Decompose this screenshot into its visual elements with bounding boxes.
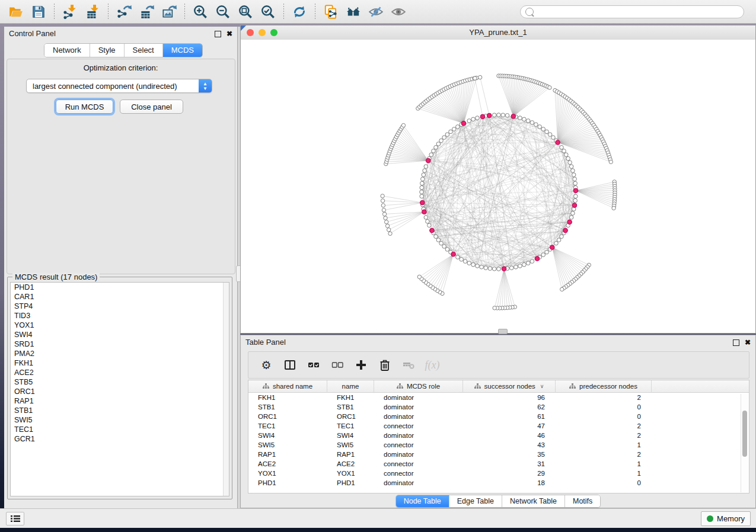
save-session-button[interactable] <box>27 2 50 21</box>
network-canvas[interactable] <box>241 40 755 333</box>
panel-menu-button[interactable] <box>6 512 24 525</box>
tab-mcds[interactable]: MCDS <box>163 44 202 57</box>
table-row[interactable]: ACE2ACE2connector311 <box>248 459 749 469</box>
result-list-item[interactable]: PHD1 <box>11 283 229 292</box>
tab-node-table[interactable]: Node Table <box>396 495 449 507</box>
table-row[interactable]: RAP1RAP1dominator352 <box>248 450 749 459</box>
memory-button[interactable]: Memory <box>701 511 751 526</box>
network-window-titlebar[interactable]: YPA_prune.txt_1 <box>241 25 755 40</box>
table-scrollbar-thumb[interactable] <box>742 411 747 457</box>
table-cell: dominator <box>374 413 463 420</box>
table-row[interactable]: SWI4SWI4dominator462 <box>248 431 749 440</box>
show-all-button[interactable] <box>387 2 410 21</box>
column-header-predecessor-nodes[interactable]: predecessor nodes <box>556 380 652 392</box>
add-column-icon[interactable] <box>354 358 368 372</box>
result-list-item[interactable]: CAR1 <box>11 292 229 302</box>
result-list-item[interactable]: STP4 <box>11 302 229 311</box>
column-header-successor-nodes[interactable]: successor nodes∨ <box>463 380 556 392</box>
zoom-fit-button[interactable] <box>234 2 257 21</box>
tab-motifs[interactable]: Motifs <box>565 495 600 507</box>
run-mcds-button[interactable]: Run MCDS <box>56 100 113 114</box>
tab-select[interactable]: Select <box>125 44 163 57</box>
table-row[interactable]: YOX1YOX1connector291 <box>248 469 749 478</box>
result-list-item[interactable]: TID3 <box>11 311 229 321</box>
result-list-scrollbar[interactable] <box>223 283 229 496</box>
table-cell: connector <box>374 441 463 448</box>
table-cell: SWI5 <box>248 441 327 448</box>
column-layout-icon[interactable] <box>283 358 297 372</box>
houses-button[interactable] <box>342 2 365 21</box>
column-header-MCDS-role[interactable]: MCDS role <box>374 380 463 392</box>
zoom-selected-button[interactable] <box>257 2 279 21</box>
table-row[interactable]: TEC1TEC1connector472 <box>248 421 749 431</box>
float-table-panel-icon[interactable] <box>733 339 739 346</box>
column-header-name[interactable]: name <box>327 380 374 392</box>
result-list-item[interactable]: SWI4 <box>11 330 229 339</box>
table-cell: dominator <box>374 432 463 439</box>
search-box[interactable] <box>520 5 744 18</box>
network-graph[interactable] <box>241 40 755 333</box>
result-list-item[interactable]: YOX1 <box>11 321 229 330</box>
table-cell: 0 <box>556 403 652 411</box>
export-table-button[interactable] <box>135 2 158 21</box>
table-body: FKH1FKH1dominator962STB1STB1dominator620… <box>248 393 749 488</box>
result-list-item[interactable]: RAP1 <box>11 396 229 406</box>
minimize-window-button[interactable] <box>259 29 266 36</box>
table-cell: 1 <box>556 460 652 467</box>
table-row[interactable]: PHD1PHD1dominator180 <box>248 478 749 488</box>
optimization-criterion-label: Optimization criterion: <box>4 63 237 72</box>
float-panel-icon[interactable] <box>215 31 221 37</box>
delete-column-icon[interactable] <box>378 358 392 372</box>
zoom-in-button[interactable] <box>189 2 212 21</box>
hide-selected-button[interactable] <box>365 2 387 21</box>
import-network-button[interactable] <box>59 2 81 21</box>
mcds-result-list[interactable]: PHD1CAR1STP4TID3YOX1SWI4SRD1PMA2FKH1ACE2… <box>10 282 229 496</box>
table-cell: ACE2 <box>248 460 327 467</box>
maximize-window-button[interactable] <box>270 29 277 36</box>
apply-layout-button[interactable] <box>288 2 311 21</box>
table-cell: STB1 <box>327 403 374 411</box>
houses-icon <box>346 4 361 20</box>
new-network-from-selection-button[interactable] <box>320 2 342 21</box>
result-list-item[interactable]: STB1 <box>11 406 229 415</box>
tab-network-table[interactable]: Network Table <box>502 495 565 507</box>
open-file-button[interactable] <box>5 2 27 21</box>
tab-edge-table[interactable]: Edge Table <box>449 495 502 507</box>
tab-network[interactable]: Network <box>44 44 90 57</box>
result-list-item[interactable]: GCR1 <box>11 434 229 444</box>
deselect-all-icon[interactable] <box>330 358 344 372</box>
result-list-item[interactable]: SRD1 <box>11 339 229 349</box>
criterion-dropdown[interactable]: largest connected component (undirected)… <box>26 79 212 93</box>
table-row[interactable]: ORC1ORC1dominator610 <box>248 412 749 421</box>
horizontal-splitter-handle[interactable] <box>498 329 508 334</box>
table-cell: ORC1 <box>248 413 327 420</box>
close-panel-icon[interactable]: ✖ <box>227 30 232 37</box>
select-all-icon[interactable] <box>307 358 321 372</box>
export-network-button[interactable] <box>113 2 135 21</box>
table-cell: dominator <box>374 403 463 411</box>
table-settings-icon[interactable]: ⚙ <box>259 358 273 372</box>
table-cell: FKH1 <box>248 394 327 401</box>
table-row[interactable]: FKH1FKH1dominator962 <box>248 393 749 402</box>
result-list-item[interactable]: FKH1 <box>11 358 229 368</box>
close-window-button[interactable] <box>247 29 254 36</box>
close-table-panel-icon[interactable]: ✖ <box>745 339 751 346</box>
column-type-icon <box>474 383 481 389</box>
close-panel-button[interactable]: Close panel <box>120 100 183 114</box>
export-image-button[interactable] <box>158 2 180 21</box>
table-row[interactable]: STB1STB1dominator620 <box>248 402 749 412</box>
result-list-item[interactable]: ORC1 <box>11 387 229 396</box>
tab-style[interactable]: Style <box>90 44 125 57</box>
table-tabs-bar: Node TableEdge TableNetwork TableMotifs <box>241 495 755 508</box>
import-table-button[interactable] <box>81 2 104 21</box>
result-list-item[interactable]: STB5 <box>11 377 229 387</box>
result-list-item[interactable]: TEC1 <box>11 425 229 434</box>
result-list-item[interactable]: ACE2 <box>11 368 229 377</box>
search-input[interactable] <box>537 7 744 17</box>
table-row[interactable]: SWI5SWI5connector431 <box>248 440 749 450</box>
result-list-item[interactable]: SWI5 <box>11 415 229 425</box>
table-scrollbar[interactable] <box>741 394 748 492</box>
zoom-out-button[interactable] <box>212 2 234 21</box>
result-list-item[interactable]: PMA2 <box>11 349 229 358</box>
column-header-shared-name[interactable]: shared name <box>248 380 327 392</box>
